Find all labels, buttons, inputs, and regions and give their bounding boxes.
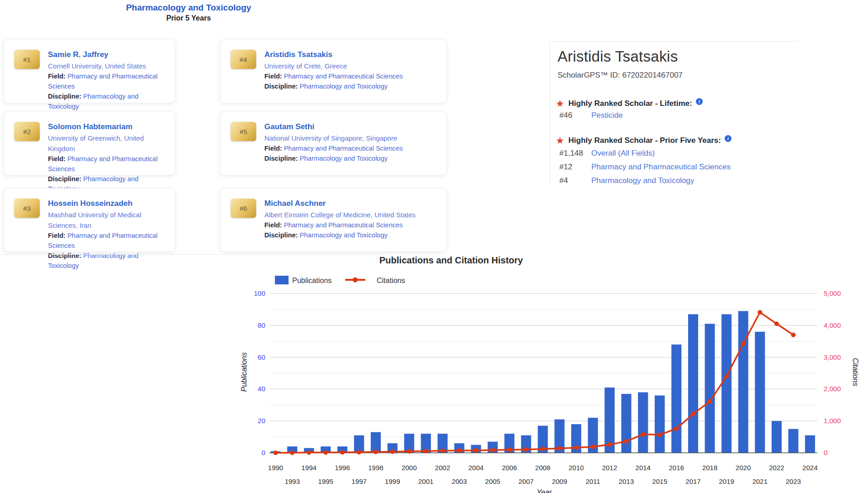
scholar-field-line: Field: Pharmacy and Pharmaceutical Scien… — [48, 71, 170, 91]
x-axis-title: Year — [537, 488, 552, 493]
svg-text:40: 40 — [258, 385, 265, 393]
field-label: Field: — [48, 73, 66, 80]
field-link[interactable]: Pharmacy and Pharmaceutical Sciences — [284, 73, 403, 80]
chart-legend: PublicationsCitations — [275, 276, 405, 284]
scholar-card-body: Hossein HosseinzadehMashhad University o… — [48, 198, 170, 271]
scholar-card: #5Gautam SethiNational University of Sin… — [220, 111, 447, 175]
svg-text:1999: 1999 — [385, 477, 400, 485]
svg-text:2023: 2023 — [786, 477, 801, 485]
scholar-card-body: Gautam SethiNational University of Singa… — [264, 121, 442, 163]
scholar-discipline-line: Discipline: Pharmacology and Toxicology — [264, 81, 442, 91]
rank-badge: #4 — [231, 50, 256, 69]
discipline-link[interactable]: Pharmacology and Toxicology — [300, 155, 387, 162]
info-icon[interactable]: i — [696, 98, 703, 105]
scholar-card-body: Aristidis TsatsakisUniversity of Crete, … — [264, 49, 442, 91]
svg-text:1996: 1996 — [335, 464, 350, 472]
rank-row: #4Pharmacology and Toxicology — [559, 176, 694, 185]
ranking-subtitle: Prior 5 Years — [0, 14, 377, 22]
rank-category-link[interactable]: Overall (All Fields) — [591, 149, 655, 157]
svg-text:20: 20 — [258, 417, 265, 425]
scholar-name-link[interactable]: Aristidis Tsatsakis — [264, 49, 442, 61]
svg-text:2008: 2008 — [535, 464, 550, 472]
svg-text:1,000: 1,000 — [824, 417, 841, 425]
bar-2024 — [805, 435, 815, 453]
publications-citation-history-chart: 02040608010001,0002,0003,0004,0005,00019… — [201, 251, 868, 493]
scholar-field-line: Field: Pharmacy and Pharmaceutical Scien… — [48, 154, 170, 174]
svg-text:80: 80 — [258, 321, 265, 329]
rank-number: #4 — [559, 176, 591, 185]
scholar-name-link[interactable]: Samie R. Jaffrey — [48, 49, 170, 61]
rank-category-link[interactable]: Pesticide — [591, 111, 623, 120]
info-icon[interactable]: i — [725, 135, 731, 142]
field-link[interactable]: Pharmacy and Pharmaceutical Sciences — [284, 221, 403, 229]
ranking-header: Pharmacology and Toxicology Prior 5 Year… — [0, 3, 377, 22]
bar-2015 — [655, 395, 665, 453]
scholar-discipline-line: Discipline: Pharmacology and Toxicology — [264, 230, 442, 240]
rank-category-link[interactable]: Pharmacy and Pharmaceutical Sciences — [591, 163, 731, 171]
rank-badge: #1 — [14, 50, 40, 69]
legend-publications-label: Publications — [292, 277, 331, 284]
rank-badge: #6 — [231, 199, 256, 218]
scholar-field-line: Field: Pharmacy and Pharmaceutical Scien… — [264, 220, 442, 230]
x-axis-labels: 1990199319941995199619971998199920002001… — [268, 464, 818, 485]
scholar-card-body: Samie R. JaffreyCornell University, Unit… — [48, 49, 170, 111]
scholar-card: #4Aristidis TsatsakisUniversity of Crete… — [220, 39, 447, 103]
rank-number: #1,148 — [559, 149, 591, 158]
legend-citations-dot — [353, 278, 358, 283]
scholar-name-link[interactable]: Solomon Habtemariam — [48, 121, 170, 133]
svg-text:2022: 2022 — [769, 464, 784, 472]
scholar-name-link[interactable]: Michael Aschner — [264, 198, 442, 210]
svg-text:1990: 1990 — [268, 464, 283, 472]
ranked-scholar-heading-text: Highly Ranked Scholar - Lifetime: — [568, 99, 692, 108]
scholar-field-line: Field: Pharmacy and Pharmaceutical Scien… — [48, 231, 170, 251]
svg-text:2017: 2017 — [685, 477, 700, 485]
ranking-title: Pharmacology and Toxicology — [0, 3, 377, 13]
field-link[interactable]: Pharmacy and Pharmaceutical Sciences — [284, 145, 403, 152]
gridlines — [269, 294, 817, 437]
bar-2019 — [721, 314, 731, 453]
svg-text:60: 60 — [258, 353, 265, 361]
rank-row: #12Pharmacy and Pharmaceutical Sciences — [559, 163, 731, 172]
legend-citations-label: Citations — [377, 277, 405, 284]
svg-text:2015: 2015 — [652, 477, 667, 485]
svg-text:2009: 2009 — [552, 477, 567, 485]
svg-text:2003: 2003 — [452, 477, 467, 485]
svg-text:2006: 2006 — [502, 464, 517, 472]
svg-text:2,000: 2,000 — [824, 385, 841, 393]
svg-text:2011: 2011 — [585, 477, 600, 485]
svg-text:1998: 1998 — [368, 464, 383, 472]
discipline-label: Discipline: — [48, 93, 81, 100]
rank-number: #46 — [559, 111, 591, 120]
discipline-link[interactable]: Pharmacology and Toxicology — [300, 83, 387, 90]
right-axis-labels: 01,0002,0003,0004,0005,000 — [824, 289, 841, 456]
scholar-institution: Mashhad University of Medical Sciences, … — [48, 210, 170, 231]
svg-text:1997: 1997 — [352, 477, 367, 485]
field-label: Field: — [264, 221, 282, 229]
bar-2013 — [621, 394, 631, 453]
svg-text:2018: 2018 — [702, 464, 717, 472]
scholar-name-link[interactable]: Hossein Hosseinzadeh — [48, 198, 170, 210]
discipline-label: Discipline: — [48, 252, 81, 259]
publications-bars — [271, 311, 815, 453]
scholar-institution: Cornell University, United States — [48, 61, 170, 71]
discipline-link[interactable]: Pharmacology and Toxicology — [300, 231, 387, 239]
svg-text:2000: 2000 — [401, 464, 416, 472]
svg-text:2019: 2019 — [719, 477, 734, 485]
svg-text:1995: 1995 — [318, 477, 333, 485]
scholargps-page: Pharmacology and Toxicology Prior 5 Year… — [0, 0, 868, 493]
star-icon: ★ — [556, 135, 564, 146]
scholar-institution: University of Crete, Greece — [264, 61, 442, 71]
rank-category-link[interactable]: Pharmacology and Toxicology — [591, 176, 694, 185]
scholar-card-body: Solomon HabtemariamUniversity of Greenwi… — [48, 121, 170, 194]
legend-publications-swatch — [275, 276, 289, 284]
scholar-name-link[interactable]: Gautam Sethi — [264, 121, 442, 133]
scholar-card: #3Hossein HosseinzadehMashhad University… — [4, 188, 175, 252]
field-label: Field: — [48, 232, 66, 239]
scholar-discipline-line: Discipline: Pharmacology and Toxicology — [48, 91, 170, 111]
svg-text:2024: 2024 — [802, 464, 817, 472]
ranked-scholar-heading: ★Highly Ranked Scholar - Lifetime:i — [556, 98, 703, 109]
right-axis-title: Citations — [852, 358, 859, 386]
scholar-institution: University of Greenwich, United Kingdom — [48, 133, 170, 154]
scholar-discipline-line: Discipline: Pharmacology and Toxicology — [48, 251, 170, 271]
field-label: Field: — [264, 145, 282, 152]
